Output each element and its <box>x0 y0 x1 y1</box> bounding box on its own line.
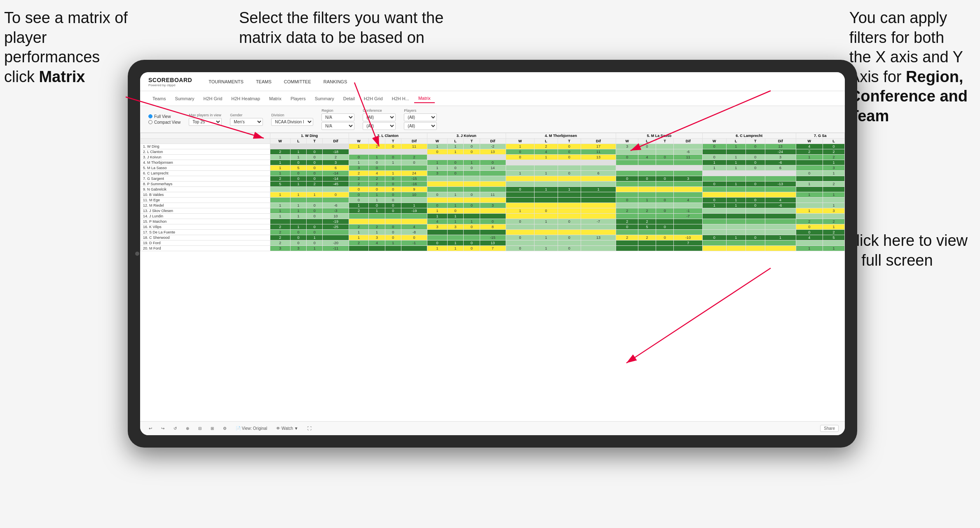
player-name: 14. J Lundin <box>141 214 270 219</box>
filter-max-players: Max players in view Top 25 <box>189 113 222 126</box>
toolbar-view-original[interactable]: 📄 View: Original <box>233 425 270 431</box>
table-row: 13. J Skov Olesen 1 1 0 -3 2 1 0 -19 1 0… <box>141 208 845 214</box>
table-row: 2. L Clanton 2 1 0 -18 0 1 0 13 0 <box>141 149 845 155</box>
annotation-tr-line4-bold: Region, <box>906 68 963 85</box>
logo-scoreboard: SCOREBOARD <box>148 77 192 83</box>
toolbar-zoom-in[interactable]: ⊞ <box>208 425 216 431</box>
sh-d6: Dif <box>765 139 796 144</box>
gender-label: Gender <box>230 113 263 117</box>
filter-conference: Conference (All) (All) <box>363 108 396 130</box>
player-name: 3. J Koivun <box>141 155 270 160</box>
subnav-players[interactable]: Players <box>286 94 310 103</box>
gender-select[interactable]: Men's <box>230 118 263 126</box>
player-name: 18. C Sherwood <box>141 235 270 240</box>
matrix-content[interactable]: 1. W Ding 2. L Clanton 3. J Koivun 4. M … <box>140 133 845 427</box>
max-players-select[interactable]: Top 25 <box>189 118 222 126</box>
subnav-detail[interactable]: Detail <box>339 94 359 103</box>
full-view-radio[interactable]: Full View <box>148 114 181 119</box>
sh-t1: T <box>307 139 323 144</box>
sh-w6: W <box>702 139 726 144</box>
table-row: 7. G Sargent 2 0 0 -14 2 2 0 -15 <box>141 176 845 182</box>
sh-l6: L <box>726 139 746 144</box>
subnav-matrix[interactable]: Matrix <box>265 94 286 103</box>
annotation-tr-line2: filters for both <box>849 29 944 46</box>
col-header-name <box>141 133 270 139</box>
table-row: 16. K Vilips 2 1 0 -25 2 2 0 4 3 3 0 8 <box>141 224 845 230</box>
toolbar-undo[interactable]: ↩ <box>146 425 155 431</box>
subnav-matrix-active[interactable]: Matrix <box>414 94 435 103</box>
region-select-1[interactable]: N/A <box>321 113 354 121</box>
annotation-tl-line1: To see a matrix of <box>4 9 128 26</box>
nav-menu: TOURNAMENTS TEAMS COMMITTEE RANKINGS <box>209 79 347 84</box>
annotation-br-line2: in full screen <box>845 252 933 269</box>
compact-view-label: Compact View <box>154 120 181 125</box>
sh-w4: W <box>506 139 535 144</box>
annotation-top-right: You can apply filters for both the X axi… <box>849 8 968 126</box>
subnav-h2h-heatmap[interactable]: H2H Heatmap <box>227 94 264 103</box>
players-select-2[interactable]: (All) <box>404 122 437 130</box>
conference-select-1[interactable]: (All) <box>363 113 396 121</box>
toolbar-redo[interactable]: ↪ <box>159 425 167 431</box>
compact-view-radio[interactable]: Compact View <box>148 120 181 125</box>
compact-view-dot <box>148 120 152 124</box>
subnav-h2h-grid[interactable]: H2H Grid <box>199 94 226 103</box>
subnav-h2hh[interactable]: H2H H... <box>388 94 413 103</box>
annotation-tr-line1: You can apply <box>849 9 947 26</box>
table-row: 20. M Ford 3 3 1 -11 1 1 0 7 0 <box>141 246 845 251</box>
toolbar-watch[interactable]: 👁 Watch ▼ <box>274 425 300 431</box>
subnav-summary2[interactable]: Summary <box>311 94 338 103</box>
nav-teams[interactable]: TEAMS <box>256 79 272 84</box>
table-row: 6. C Lamprecht 1 0 0 -14 2 4 1 24 3 0 1 <box>141 171 845 176</box>
col-header-2: 2. L Clanton <box>349 133 427 139</box>
toolbar-zoom-out[interactable]: ⊟ <box>196 425 204 431</box>
table-row: 19. D Ford 2 0 0 -20 2 4 1 -1 0 1 0 13 <box>141 240 845 246</box>
toolbar-cursor[interactable]: ⊕ <box>183 425 192 431</box>
filter-bar: Full View Compact View Max players in vi… <box>140 106 845 133</box>
toolbar-expand[interactable]: ⛶ <box>305 425 314 431</box>
annotation-tr-line3: the X axis and Y <box>849 48 963 66</box>
sh-d4: Dif <box>581 139 616 144</box>
region-label: Region <box>321 108 354 113</box>
player-name: 15. P Maichon <box>141 219 270 224</box>
nav-committee[interactable]: COMMITTEE <box>284 79 311 84</box>
sh-w1: W <box>270 139 290 144</box>
sh-t2: T <box>385 139 401 144</box>
toolbar-settings[interactable]: ⚙ <box>220 425 229 431</box>
table-row: 1. W Ding 1 2 0 11 1 1 0 -2 1 <box>141 144 845 149</box>
col-header-6: 6. C Lamprecht <box>702 133 796 139</box>
nav-rankings[interactable]: RANKINGS <box>324 79 347 84</box>
player-name: 6. C Lamprecht <box>141 171 270 176</box>
sh-t3: T <box>464 139 480 144</box>
player-name: 9. N Gabrelcik <box>141 187 270 192</box>
subnav-teams[interactable]: Teams <box>148 94 170 103</box>
subnav-h2h-grid2[interactable]: H2H Grid <box>360 94 387 103</box>
col-header-1: 1. W Ding <box>270 133 349 139</box>
toolbar-refresh[interactable]: ↺ <box>171 425 179 431</box>
sh-w7: W <box>796 139 823 144</box>
app-header: SCOREBOARD Powered by clippd TOURNAMENTS… <box>140 72 845 91</box>
players-select-1[interactable]: (All) <box>404 113 437 121</box>
sh-d3: Dif <box>480 139 506 144</box>
annotation-tl-line2: player performances <box>4 29 100 66</box>
matrix-table: 1. W Ding 2. L Clanton 3. J Koivun 4. M … <box>140 133 845 251</box>
region-select-2[interactable]: N/A <box>321 122 354 130</box>
player-name: 13. J Skov Olesen <box>141 208 270 214</box>
table-row: 8. P Summerhays 5 1 2 -45 2 2 0 -16 <box>141 182 845 187</box>
sh-t6: T <box>746 139 765 144</box>
share-button[interactable]: Share <box>820 425 839 432</box>
player-name: 20. M Ford <box>141 246 270 251</box>
player-name: 16. K Vilips <box>141 224 270 230</box>
players-label: Players <box>404 108 437 113</box>
annotation-tr-line5-bold: Conference and <box>849 87 968 105</box>
division-select[interactable]: NCAA Division I <box>271 118 313 126</box>
subnav-summary[interactable]: Summary <box>171 94 198 103</box>
table-row: 5. M La Sasso 1 5 0 6 3 0 1 0 0 14 <box>141 165 845 171</box>
conference-label: Conference <box>363 108 396 113</box>
nav-tournaments[interactable]: TOURNAMENTS <box>209 79 244 84</box>
conference-select-2[interactable]: (All) <box>363 122 396 130</box>
table-row: 11. M Ege 0 1 0 <box>141 198 845 203</box>
player-name: 12. M Riedel <box>141 203 270 208</box>
subheader-name <box>141 139 270 144</box>
sh-t5: T <box>656 139 674 144</box>
filter-division: Division NCAA Division I <box>271 113 313 126</box>
